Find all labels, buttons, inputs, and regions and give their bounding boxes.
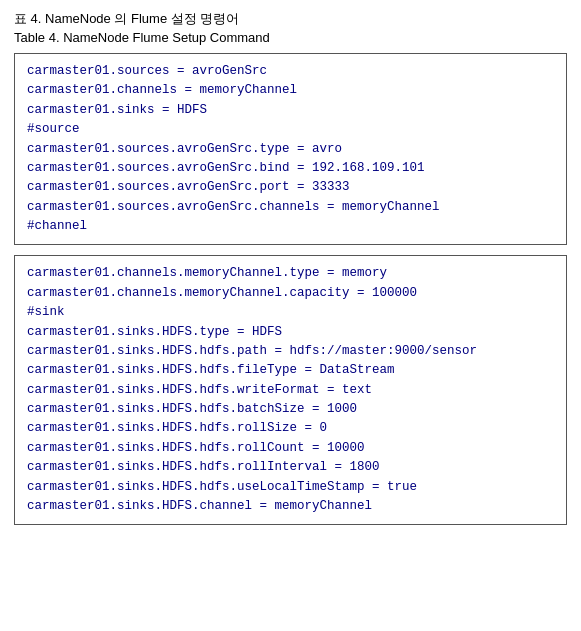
code-line: carmaster01.sinks = HDFS bbox=[27, 101, 554, 120]
code-line: carmaster01.sinks.HDFS.hdfs.writeFormat … bbox=[27, 381, 554, 400]
code-line: carmaster01.channels = memoryChannel bbox=[27, 81, 554, 100]
code-line: carmaster01.sinks.HDFS.type = HDFS bbox=[27, 323, 554, 342]
code-line: #source bbox=[27, 120, 554, 139]
code-line: carmaster01.sources = avroGenSrc bbox=[27, 62, 554, 81]
code-line: carmaster01.sinks.HDFS.channel = memoryC… bbox=[27, 497, 554, 516]
code-line: carmaster01.sinks.HDFS.hdfs.useLocalTime… bbox=[27, 478, 554, 497]
code-line: carmaster01.sources.avroGenSrc.channels … bbox=[27, 198, 554, 217]
code-box-2: carmaster01.channels.memoryChannel.type … bbox=[14, 255, 567, 525]
code-line: carmaster01.channels.memoryChannel.type … bbox=[27, 264, 554, 283]
caption-korean: 표 4. NameNode 의 Flume 설정 명령어 bbox=[14, 10, 567, 28]
code-line: carmaster01.sinks.HDFS.hdfs.path = hdfs:… bbox=[27, 342, 554, 361]
code-box-1: carmaster01.sources = avroGenSrccarmaste… bbox=[14, 53, 567, 245]
code-line: carmaster01.sinks.HDFS.hdfs.rollCount = … bbox=[27, 439, 554, 458]
code-line: carmaster01.sinks.HDFS.hdfs.rollInterval… bbox=[27, 458, 554, 477]
caption-english: Table 4. NameNode Flume Setup Command bbox=[14, 30, 567, 45]
code-line: carmaster01.sinks.HDFS.hdfs.rollSize = 0 bbox=[27, 419, 554, 438]
code-line: carmaster01.sources.avroGenSrc.bind = 19… bbox=[27, 159, 554, 178]
code-line: carmaster01.sinks.HDFS.hdfs.batchSize = … bbox=[27, 400, 554, 419]
code-line: #sink bbox=[27, 303, 554, 322]
code-line: #channel bbox=[27, 217, 554, 236]
code-line: carmaster01.channels.memoryChannel.capac… bbox=[27, 284, 554, 303]
code-line: carmaster01.sinks.HDFS.hdfs.fileType = D… bbox=[27, 361, 554, 380]
code-line: carmaster01.sources.avroGenSrc.port = 33… bbox=[27, 178, 554, 197]
code-line: carmaster01.sources.avroGenSrc.type = av… bbox=[27, 140, 554, 159]
